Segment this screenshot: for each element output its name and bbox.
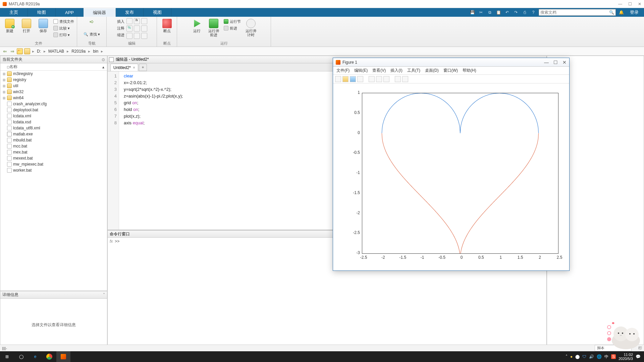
cut-icon[interactable]: ✂ — [478, 9, 484, 16]
find-button[interactable]: 🔍查找 ▾ — [82, 31, 101, 38]
figure-menu-item[interactable]: 工具(T) — [407, 68, 420, 73]
chrome-icon[interactable] — [42, 351, 56, 362]
path-drive[interactable]: D: — [36, 49, 42, 54]
file-row[interactable]: mbuild.bat — [0, 137, 107, 143]
copy-icon[interactable]: ⧉ — [486, 9, 493, 16]
figure-link-icon[interactable] — [383, 76, 389, 82]
comment-button[interactable]: 注释 — [116, 25, 126, 32]
file-row[interactable]: ⊞win32 — [0, 89, 107, 95]
uncomment-icon[interactable] — [134, 25, 140, 32]
tray-app2-icon[interactable]: ⬤ — [575, 354, 580, 359]
editor-tab-untitled[interactable]: Untitled2*× — [110, 64, 138, 71]
indent-button[interactable]: 缩进 — [116, 32, 126, 38]
goto-button[interactable]: ➪ — [88, 18, 95, 25]
main-tab-1[interactable]: 绘图 — [28, 8, 56, 17]
figure-rotate-icon[interactable] — [376, 76, 382, 82]
close-tab-icon[interactable]: × — [133, 65, 135, 70]
run-section-button[interactable]: 运行节 — [222, 18, 242, 25]
tray-notifications-icon[interactable]: 💬 — [636, 354, 641, 359]
file-row[interactable]: ⊞util — [0, 83, 107, 89]
figure-open-icon[interactable] — [342, 76, 348, 82]
main-tab-0[interactable]: 主页 — [0, 8, 28, 17]
figure-window[interactable]: Figure 1 — ☐ ✕ 文件(F)编辑(E)查看(V)插入(I)工具(T)… — [333, 58, 570, 271]
file-row[interactable]: lcdata.xsd — [0, 119, 107, 125]
file-name-column[interactable]: □ — [7, 65, 9, 69]
tray-app1-icon[interactable]: ● — [570, 354, 573, 359]
taskbar-clock[interactable]: 11:022020/5/3 — [619, 353, 633, 361]
nav-browse-icon[interactable] — [24, 48, 30, 54]
figure-new-icon[interactable] — [335, 76, 341, 82]
redo-icon[interactable]: ↷ — [513, 9, 519, 16]
file-row[interactable]: crash_analyzer.cfg — [0, 101, 107, 107]
print-icon[interactable]: ⎙ — [521, 9, 528, 16]
insert-button[interactable]: 插入 — [116, 18, 126, 25]
tray-shield-icon[interactable]: 🛡 — [582, 354, 586, 359]
open-button[interactable]: 打开 — [18, 18, 35, 33]
matlab-task-icon[interactable] — [56, 351, 70, 362]
doc-search-input[interactable] — [540, 10, 609, 15]
run-advance-button[interactable]: 运行并 前进 — [206, 18, 222, 37]
figure-menu-item[interactable]: 窗口(W) — [443, 68, 458, 73]
paste-icon[interactable]: 📋 — [495, 9, 502, 16]
breakpoint-button[interactable]: 断点 — [159, 18, 175, 33]
current-folder-header[interactable]: 当前文件夹⊙ — [0, 56, 107, 63]
file-row[interactable]: deploytool.bat — [0, 107, 107, 113]
tray-network-icon[interactable]: 🌐 — [597, 354, 602, 359]
figure-maximize-button[interactable]: ☐ — [553, 60, 558, 65]
editor-add-tab[interactable]: + — [139, 64, 147, 71]
path-seg-1[interactable]: R2019a — [71, 49, 86, 54]
fx-icon[interactable]: fx — [134, 18, 140, 24]
figure-pointer-icon[interactable] — [395, 76, 401, 82]
tray-sogou-icon[interactable]: S — [611, 354, 616, 359]
smart-indent-icon[interactable] — [141, 33, 147, 39]
figure-print-icon[interactable] — [357, 76, 363, 82]
file-row[interactable]: lcdata_utf8.xml — [0, 125, 107, 131]
help-icon[interactable]: ? — [530, 9, 537, 16]
figure-edit-icon[interactable] — [369, 76, 375, 82]
minimize-button[interactable]: — — [618, 2, 622, 6]
file-row[interactable]: ⊞registry — [0, 77, 107, 83]
main-tab-4[interactable]: 发布 — [116, 8, 144, 17]
nav-forward-icon[interactable]: ⇒ — [9, 48, 15, 54]
tray-volume-icon[interactable]: 🔊 — [589, 354, 594, 359]
search-icon[interactable]: 🔍 — [609, 10, 614, 15]
comment-percent-icon[interactable]: % — [126, 25, 132, 32]
figure-menu-item[interactable]: 文件(F) — [336, 68, 350, 73]
doc-search[interactable]: 🔍 — [539, 9, 616, 16]
format-icon[interactable] — [141, 18, 147, 24]
figure-minimize-button[interactable]: — — [544, 60, 549, 65]
figure-menu-item[interactable]: 查看(V) — [372, 68, 386, 73]
indent-right-icon[interactable] — [126, 33, 132, 39]
cortana-icon[interactable]: ◯ — [14, 351, 28, 362]
start-button[interactable]: ⊞ — [0, 351, 14, 362]
details-header[interactable]: 详细信息˄ — [0, 291, 107, 299]
figure-inspect-icon[interactable] — [402, 76, 408, 82]
compare-button[interactable]: 比较 ▾ — [52, 25, 75, 32]
run-time-button[interactable]: 运行并 计时 — [243, 18, 259, 37]
figure-menu-item[interactable]: 桌面(D) — [425, 68, 439, 73]
file-row[interactable]: worker.bat — [0, 167, 107, 173]
figure-menu-item[interactable]: 编辑(E) — [354, 68, 368, 73]
figure-close-button[interactable]: ✕ — [562, 60, 567, 65]
close-button[interactable]: ✕ — [638, 2, 641, 6]
advance-button[interactable]: 前进 — [222, 25, 242, 32]
undo-icon[interactable]: ↶ — [504, 9, 511, 16]
nav-back-icon[interactable]: ⇐ — [2, 48, 8, 54]
figure-menu-item[interactable]: 插入(I) — [390, 68, 402, 73]
toolstrip-save-icon[interactable]: 💾 — [469, 9, 476, 16]
maximize-button[interactable]: ☐ — [628, 2, 632, 6]
find-files-button[interactable]: 查找文件 — [52, 18, 75, 25]
main-tab-5[interactable]: 视图 — [144, 8, 171, 17]
wrap-comment-icon[interactable] — [141, 25, 147, 32]
file-row[interactable]: mw_mpiexec.bat — [0, 161, 107, 167]
file-row[interactable]: ⊞win64 — [0, 95, 107, 101]
figure-save-icon[interactable] — [350, 76, 356, 82]
print-button[interactable]: 打印 ▾ — [52, 32, 75, 38]
file-row[interactable]: lcdata.xml — [0, 113, 107, 119]
nav-up-icon[interactable]: 📁 — [17, 48, 23, 54]
file-row[interactable]: mcc.bat — [0, 143, 107, 149]
main-tab-3[interactable]: 编辑器 — [84, 8, 116, 17]
new-button[interactable]: 新建 — [2, 18, 18, 33]
path-seg-2[interactable]: bin — [92, 49, 99, 54]
tray-ime-icon[interactable]: 中 — [604, 354, 608, 360]
